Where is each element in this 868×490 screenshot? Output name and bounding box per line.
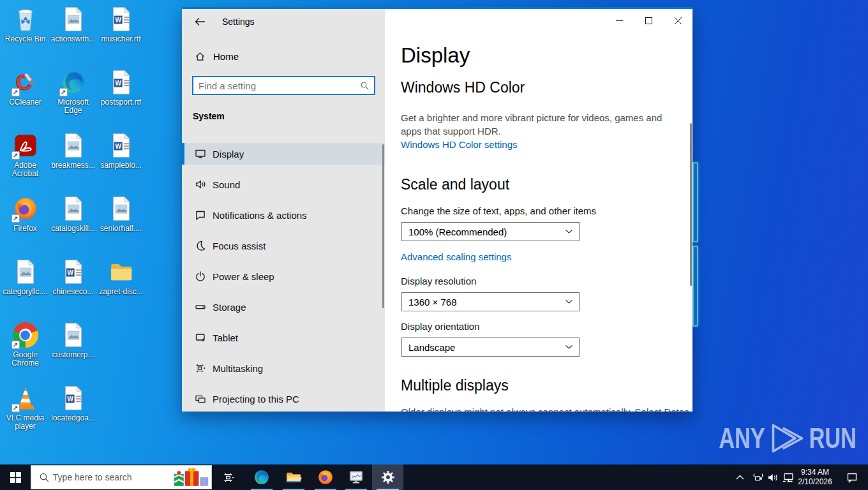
tablet-icon (195, 332, 206, 343)
start-button[interactable] (0, 464, 31, 490)
maximize-button[interactable] (634, 9, 663, 34)
desktop-icon-categoryllc[interactable]: categoryllc.... (1, 255, 49, 318)
show-hidden-icons-button[interactable] (731, 464, 748, 490)
focus-assist-icon (195, 240, 206, 251)
power-icon (195, 271, 206, 282)
desktop-icon-label: chineseco... (52, 288, 93, 296)
sidebar-item-focus-assist[interactable]: Focus assist (182, 235, 385, 256)
taskbar-settings-button[interactable] (372, 464, 403, 490)
task-view-button[interactable] (213, 464, 244, 490)
sidebar-item-power-sleep[interactable]: Power & sleep (182, 265, 385, 287)
settings-gear-icon (381, 470, 395, 484)
sidebar-item-label: Power & sleep (213, 271, 274, 282)
shortcut-arrow-icon: ↗ (59, 88, 68, 96)
desktop-icon-musicher[interactable]: musicher.rtf (97, 3, 145, 66)
maximize-icon (645, 17, 652, 24)
orientation-label: Display orientation (401, 321, 479, 332)
desktop-icon-google-chrome[interactable]: ↗ Google Chrome (1, 318, 49, 382)
anyrun-play-logo-icon (769, 422, 805, 455)
minimize-button[interactable] (604, 9, 634, 34)
taskbar-clock[interactable]: 9:34 AM 2/10/2026 (795, 464, 835, 490)
system-section-heading: System (193, 111, 225, 121)
sidebar-item-storage[interactable]: Storage (182, 296, 385, 318)
desktop-icon-seniorhalf[interactable]: seniorhalf.... (97, 192, 145, 255)
sidebar-item-projecting[interactable]: Projecting to this PC (182, 388, 385, 410)
find-a-setting-input[interactable] (193, 80, 361, 91)
sidebar-item-sound[interactable]: Sound (182, 174, 385, 195)
desktop-icon-label: catalogskill... (51, 225, 95, 233)
desktop-icon-breakmess[interactable]: breakmess... (49, 129, 97, 192)
chevron-up-icon (736, 475, 744, 480)
image-file-icon (108, 196, 134, 221)
advanced-scaling-link[interactable]: Advanced scaling settings (401, 251, 511, 262)
taskbar-file-explorer-button[interactable] (278, 464, 309, 490)
desktop-icon-ccleaner[interactable]: ↗ CCleaner (1, 66, 49, 129)
desktop-icon-label: CCleaner (9, 98, 41, 107)
taskbar: 9:34 AM 2/10/2026 (0, 464, 868, 490)
multitasking-icon (195, 362, 206, 374)
sidebar-item-multitasking[interactable]: Multitasking (182, 357, 385, 379)
desktop-icon-label: actionswith... (51, 35, 95, 43)
desktop-icon-microsoft-edge[interactable]: ↗ Microsoft Edge (49, 66, 97, 129)
ethernet-network-icon (782, 473, 794, 482)
desktop-icon-adobe-acrobat[interactable]: ↗ Adobe Acrobat (1, 129, 49, 192)
hd-color-settings-link[interactable]: Windows HD Color settings (401, 139, 518, 150)
resolution-dropdown[interactable]: 868 × 490 (401, 292, 580, 311)
desktop-icon-label: Firefox (13, 225, 37, 233)
word-doc-icon (108, 70, 134, 95)
resolution-dropdown-value: 868 × 490 (408, 297, 457, 308)
image-file-icon (61, 133, 86, 158)
desktop-icon-vlc[interactable]: ↗ VLC media player (1, 382, 49, 445)
desktop-icon-sampleblo[interactable]: sampleblo... (97, 129, 145, 192)
taskbar-edge-button[interactable] (246, 464, 277, 490)
taskbar-system-monitor-button[interactable] (341, 464, 371, 490)
desktop-icon-label: sampleblo... (100, 161, 142, 170)
taskbar-firefox-button[interactable] (310, 464, 341, 490)
desktop-icon-zapret-disc[interactable]: zapret-disc... (97, 255, 145, 318)
shortcut-arrow-icon: ↗ (11, 341, 20, 349)
scale-dropdown[interactable]: 100% (Recommended) (401, 222, 580, 241)
image-file-icon (61, 6, 86, 32)
sidebar-item-notifications[interactable]: Notifications & actions (182, 204, 385, 226)
desktop-icon-locatedgoa[interactable]: locatedgoa... (49, 382, 97, 445)
meet-now-button[interactable] (751, 464, 766, 490)
action-center-icon (846, 472, 858, 483)
desktop-icon-chineseco[interactable]: chineseco... (49, 255, 97, 318)
desktop-icon-customerp[interactable]: customerp... (49, 318, 97, 382)
desktop-icon-actionswith[interactable]: actionswith... (49, 3, 97, 66)
selected-indicator (182, 143, 184, 165)
desktop-icon-label: breakmess... (51, 161, 95, 170)
sidebar-item-home[interactable]: Home (195, 51, 239, 62)
back-button[interactable] (191, 14, 208, 29)
action-center-button[interactable] (836, 464, 868, 490)
desktop-icon-recycle-bin[interactable]: Recycle Bin (1, 3, 49, 66)
settings-main-pane: Display Windows HD Color Get a brighter … (385, 9, 692, 412)
close-button[interactable] (663, 9, 692, 34)
orientation-dropdown[interactable]: Landscape (401, 338, 580, 357)
desktop-icon-firefox[interactable]: ↗ Firefox (1, 192, 49, 255)
desktop-icon-label: locatedgoa... (51, 414, 95, 422)
desktop-icon-label: categoryllc.... (3, 288, 48, 296)
system-monitor-icon (348, 469, 364, 486)
firefox-icon (317, 469, 334, 486)
taskbar-search-input[interactable] (49, 472, 172, 482)
clock-date: 2/10/2026 (798, 477, 832, 487)
search-icon (40, 473, 49, 482)
chevron-down-icon (565, 300, 572, 304)
word-doc-icon (61, 259, 86, 285)
desktop-icon-postsport[interactable]: postsport.rtf (97, 66, 145, 129)
shortcut-arrow-icon: ↗ (11, 88, 20, 96)
content-scrollbar[interactable] (690, 123, 692, 286)
volume-button[interactable] (765, 464, 780, 490)
meet-now-camera-icon (752, 472, 764, 482)
sidebar-item-display[interactable]: Display (182, 143, 385, 165)
desktop-icon-label: customerp... (52, 351, 94, 359)
speaker-icon (767, 473, 778, 482)
home-label: Home (213, 51, 239, 62)
desktop-icon-catalogskill[interactable]: catalogskill... (49, 192, 97, 255)
network-button[interactable] (780, 464, 797, 490)
recycle-bin-icon (13, 6, 38, 32)
sidebar-scrollbar[interactable] (382, 144, 384, 308)
settings-sidebar: Settings Home System Display (182, 9, 385, 412)
sidebar-item-tablet[interactable]: Tablet (182, 327, 385, 348)
